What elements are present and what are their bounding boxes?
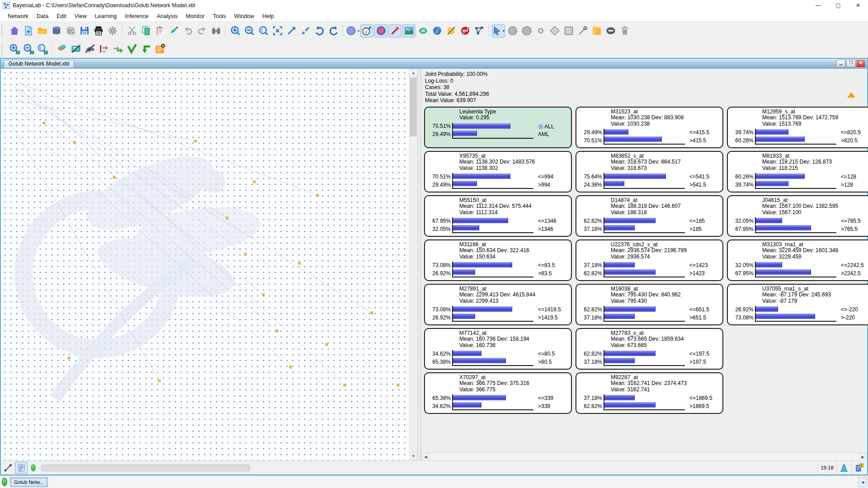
scrollbar-thumb[interactable]	[410, 78, 417, 136]
monitor-state-row[interactable]: 67.95%>2242.5	[731, 269, 868, 277]
probability-bar-track[interactable]	[452, 313, 533, 322]
probability-bar-track[interactable]	[452, 262, 533, 268]
dropdown-caret-icon[interactable]: ▾	[503, 29, 505, 33]
console-icon[interactable]: T	[851, 461, 866, 474]
monitor-state-row[interactable]: 62.82%<=185	[579, 217, 720, 225]
remove-all-monitors-icon[interactable]	[83, 42, 96, 56]
monitor-j04615-at[interactable]: J04615_atMean: 1567.100 Dev: 1382.595Val…	[727, 195, 868, 237]
probability-bar-track[interactable]	[604, 306, 685, 313]
monitor-state-row[interactable]: 34.62%>339	[428, 402, 568, 409]
probability-bar-track[interactable]	[604, 129, 685, 136]
menu-data[interactable]: Data	[33, 12, 52, 20]
monitor-state-row[interactable]: 32.05%<=765.5	[731, 217, 868, 225]
probability-bar-track[interactable]	[604, 313, 685, 322]
probability-bar-track[interactable]	[452, 217, 533, 224]
monitor-state-row[interactable]: 62.82%<=197.5	[579, 350, 720, 357]
close-button[interactable]: ✕	[848, 0, 868, 11]
monitor-m27891-at[interactable]: M27891_atMean: 2299.413 Dev: 4615.844Val…	[424, 284, 572, 325]
copy-icon[interactable]	[139, 24, 152, 38]
comment-mode-icon[interactable]	[416, 24, 429, 38]
scroll-down-icon[interactable]: ▼	[409, 452, 418, 460]
monitor-m31303-rna1-at[interactable]: M31303_rna1_atMean: 3229.459 Dev: 1601.3…	[727, 239, 868, 281]
monitor-state-row[interactable]: 60.26%<=128	[731, 173, 868, 180]
delete-mode-icon[interactable]	[604, 24, 617, 38]
probability-bar-track[interactable]	[604, 350, 685, 357]
probability-bar-track[interactable]	[452, 394, 533, 401]
minimize-button[interactable]: —	[808, 0, 828, 11]
information-mode-icon[interactable]: i	[360, 24, 373, 38]
update-monitors-icon[interactable]	[111, 42, 124, 56]
monitor-u37055-rna1-s-at[interactable]: U37055_rna1_s_atMean: -87.179 Dev: 245.6…	[727, 284, 868, 325]
hide-notes-icon[interactable]	[444, 24, 458, 38]
monitor-state-row[interactable]: 73.08%<=1419.5	[428, 305, 568, 313]
probability-bar-track[interactable]	[755, 313, 836, 322]
monitor-state-row[interactable]: 62.82%>1423	[579, 269, 720, 277]
monitor-state-row[interactable]: 26.92%<=-220	[731, 305, 868, 313]
task-button[interactable]: Golub Netw...	[10, 477, 48, 487]
monitor-state-row[interactable]: 67.95%>765.5	[731, 225, 868, 232]
format-painter-icon[interactable]	[167, 24, 180, 38]
probability-bar-track[interactable]	[755, 129, 836, 136]
eraser-icon[interactable]	[55, 42, 68, 56]
scroll-left-icon[interactable]: ◀	[421, 453, 430, 461]
probability-bar-track[interactable]	[755, 180, 836, 189]
hide-information-icon[interactable]: i	[430, 24, 443, 38]
menu-inference[interactable]: Inference	[121, 12, 152, 20]
rotate-right-icon[interactable]	[327, 24, 340, 38]
add-monitor-icon[interactable]	[153, 42, 166, 56]
monitor-horizontal-scrollbar[interactable]: ◀ ▶	[421, 452, 867, 460]
scroll-up-icon[interactable]: ▲	[409, 69, 418, 77]
arc-tool-icon[interactable]	[576, 24, 589, 38]
monitor-state-row[interactable]: 62.82%<=651.5	[579, 305, 720, 313]
network-graph-canvas[interactable]	[1, 69, 409, 460]
monitor-console-icon[interactable]	[15, 462, 28, 474]
rotate-left-icon[interactable]	[313, 24, 326, 38]
monitor-state-row[interactable]: 37.18%>651.5	[579, 313, 720, 321]
monitor-m55150-at[interactable]: M55150_atMean: 1112.314 Dev: 575.444Valu…	[424, 195, 572, 237]
grow-graph-icon[interactable]	[285, 24, 298, 38]
paste-icon[interactable]	[153, 24, 166, 38]
node-tool-icon[interactable]	[506, 24, 519, 38]
monitor-state-row[interactable]: 24.36%>541.5	[579, 180, 720, 188]
arc-status-icon[interactable]	[2, 462, 14, 473]
monitor-state-row[interactable]: 37.18%<=1869.5	[579, 394, 720, 402]
collapse-monitors-icon[interactable]	[847, 92, 855, 98]
monitor-zoom-default-icon[interactable]	[36, 42, 49, 56]
probability-bar-track[interactable]	[452, 306, 533, 313]
monitor-state-row[interactable]: 62.82%>1869.5	[579, 402, 720, 409]
target-node-mode-icon[interactable]	[374, 24, 387, 38]
home-icon[interactable]	[8, 24, 21, 38]
fit-graph-icon[interactable]	[271, 24, 284, 38]
document-tab[interactable]: Golub Network Model.xbl	[4, 60, 74, 68]
probability-bar-track[interactable]	[452, 225, 533, 233]
doc-minimize-button[interactable]: ▁	[836, 60, 845, 67]
monitor-state-row[interactable]: 60.26%>820.5	[731, 136, 868, 144]
probability-bar-track[interactable]	[604, 180, 685, 189]
monitor-x95735-at[interactable]: X95735_atMean: 1138.302 Dev: 1483.576Val…	[424, 151, 572, 192]
monitor-state-row[interactable]: 70.51%>415.5	[579, 136, 720, 144]
hide-forbidden-icon[interactable]	[458, 24, 472, 38]
cut-icon[interactable]	[125, 24, 138, 38]
return-arrow-icon[interactable]	[139, 42, 152, 56]
probability-bar-track[interactable]	[452, 350, 533, 357]
monitor-state-row[interactable]: 32.05%<=2242.5	[731, 261, 868, 269]
trash-icon[interactable]	[618, 24, 631, 38]
shrink-graph-icon[interactable]	[299, 24, 312, 38]
probability-bar-track[interactable]	[604, 357, 685, 366]
probability-bar-track[interactable]	[452, 130, 533, 139]
arc-mode-icon[interactable]	[388, 24, 401, 38]
polygon-tool-icon[interactable]	[520, 24, 533, 38]
probability-bar-track[interactable]	[755, 225, 836, 233]
probability-bar-track[interactable]	[604, 269, 685, 277]
probability-bar-track[interactable]	[452, 180, 533, 189]
maximize-button[interactable]: ▢	[828, 0, 848, 11]
monitor-state-row[interactable]: 75.64%<=541.5	[579, 173, 720, 180]
zoom-slider[interactable]	[41, 465, 250, 471]
print-icon[interactable]	[92, 24, 105, 38]
doc-restore-button[interactable]: ❐	[846, 60, 855, 67]
new-network-icon[interactable]	[22, 24, 35, 38]
probability-bar-track[interactable]	[604, 262, 685, 268]
redo-icon[interactable]	[195, 24, 208, 38]
monitor-state-row[interactable]: 73.08%<=83.5	[428, 261, 568, 269]
node-state-icon[interactable]: ▾	[346, 24, 359, 38]
